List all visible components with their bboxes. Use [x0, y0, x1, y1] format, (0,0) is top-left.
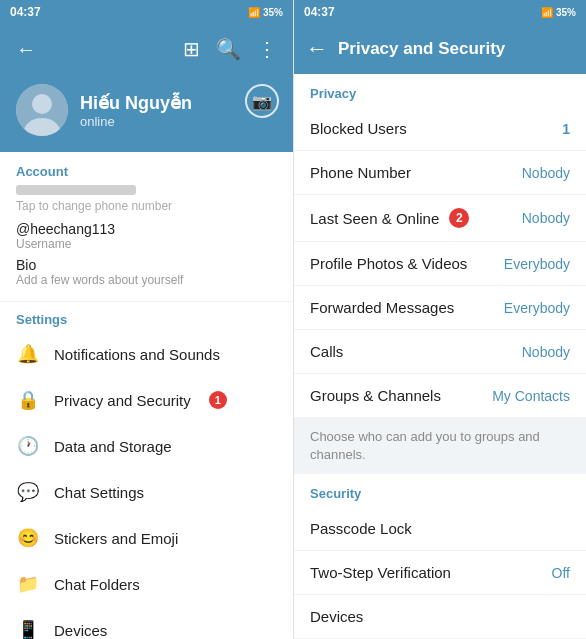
phone-number-label: Phone Number — [310, 164, 411, 181]
bio-hint: Add a few words about yourself — [16, 273, 277, 287]
twostep-value: Off — [552, 565, 570, 581]
top-bar-icons: ⊞ 🔍 ⋮ — [179, 35, 281, 63]
calls-label: Calls — [310, 343, 343, 360]
groups-value: My Contacts — [492, 388, 570, 404]
signal-icon-right: 📶 — [541, 7, 553, 18]
page-title: Privacy and Security — [338, 39, 574, 59]
bell-icon: 🔔 — [16, 342, 40, 366]
time-right: 04:37 — [304, 5, 335, 19]
signal-icon-left: 📶 — [248, 7, 260, 18]
twostep-label: Two-Step Verification — [310, 564, 451, 581]
groups-hint: Choose who can add you to groups and cha… — [294, 418, 586, 474]
devices-icon: 📱 — [16, 618, 40, 639]
profile-section: Hiếu Nguyễn online 📷 — [0, 74, 293, 152]
top-bar-right: ← Privacy and Security — [294, 24, 586, 74]
left-panel: 04:37 📶 35% ← ⊞ 🔍 ⋮ Hiếu Nguyễn — [0, 0, 293, 639]
stickers-label: Stickers and Emoji — [54, 530, 178, 547]
account-label: Account — [16, 164, 277, 179]
username-label: Username — [16, 237, 277, 251]
top-bar-left: ← ⊞ 🔍 ⋮ — [0, 24, 293, 74]
privacy-group-label: Privacy — [294, 74, 586, 107]
battery-right: 35% — [556, 7, 576, 18]
profile-photos-value: Everybody — [504, 256, 570, 272]
devices-item[interactable]: Devices — [294, 595, 586, 639]
svg-point-1 — [32, 94, 52, 114]
camera-button[interactable]: 📷 — [245, 84, 279, 118]
avatar[interactable] — [16, 84, 68, 136]
emoji-icon: 😊 — [16, 526, 40, 550]
calls-value: Nobody — [522, 344, 570, 360]
groups-hint-text: Choose who can add you to groups and cha… — [310, 429, 540, 462]
right-content: Privacy Blocked Users 1 Phone Number Nob… — [294, 74, 586, 639]
bio-label: Bio — [16, 257, 277, 273]
twostep-item[interactable]: Two-Step Verification Off — [294, 551, 586, 595]
phone-number-value: Nobody — [522, 165, 570, 181]
blocked-users-item[interactable]: Blocked Users 1 — [294, 107, 586, 151]
profile-row: Hiếu Nguyễn online — [16, 84, 277, 136]
right-panel: 04:37 📶 35% ← Privacy and Security Priva… — [293, 0, 586, 639]
settings-label: Settings — [0, 312, 293, 327]
privacy-badge: 1 — [209, 391, 227, 409]
account-section: Account Tap to change phone number @heec… — [0, 152, 293, 302]
menu-item-stickers[interactable]: 😊 Stickers and Emoji — [0, 515, 293, 561]
last-seen-value: Nobody — [522, 210, 570, 226]
forwarded-messages-label: Forwarded Messages — [310, 299, 454, 316]
groups-label: Groups & Channels — [310, 387, 441, 404]
status-bar-right: 04:37 📶 35% — [294, 0, 586, 24]
last-seen-item[interactable]: Last Seen & Online 2 Nobody — [294, 195, 586, 242]
blocked-users-value: 1 — [562, 121, 570, 137]
chat-label: Chat Settings — [54, 484, 144, 501]
profile-photos-item[interactable]: Profile Photos & Videos Everybody — [294, 242, 586, 286]
menu-item-devices[interactable]: 📱 Devices — [0, 607, 293, 639]
status-icons-left: 📶 35% — [248, 7, 283, 18]
tap-hint: Tap to change phone number — [16, 199, 277, 213]
data-label: Data and Storage — [54, 438, 172, 455]
menu-item-notifications[interactable]: 🔔 Notifications and Sounds — [0, 331, 293, 377]
calls-item[interactable]: Calls Nobody — [294, 330, 586, 374]
menu-item-chat[interactable]: 💬 Chat Settings — [0, 469, 293, 515]
menu-item-data[interactable]: 🕐 Data and Storage — [0, 423, 293, 469]
profile-status: online — [80, 114, 277, 129]
folder-icon: 📁 — [16, 572, 40, 596]
devices-label: Devices — [54, 622, 107, 639]
last-seen-left: Last Seen & Online 2 — [310, 208, 469, 228]
search-icon[interactable]: 🔍 — [212, 35, 245, 63]
devices-item-label: Devices — [310, 608, 363, 625]
time-left: 04:37 — [10, 5, 41, 19]
phone-blur — [16, 185, 136, 195]
chat-icon: 💬 — [16, 480, 40, 504]
username-value[interactable]: @heechang113 — [16, 221, 277, 237]
privacy-label: Privacy and Security — [54, 392, 191, 409]
battery-left: 35% — [263, 7, 283, 18]
settings-section: Settings 🔔 Notifications and Sounds 🔒 Pr… — [0, 302, 293, 639]
clock-icon: 🕐 — [16, 434, 40, 458]
forwarded-messages-item[interactable]: Forwarded Messages Everybody — [294, 286, 586, 330]
passcode-label: Passcode Lock — [310, 520, 412, 537]
lock-icon: 🔒 — [16, 388, 40, 412]
last-seen-badge: 2 — [449, 208, 469, 228]
groups-item[interactable]: Groups & Channels My Contacts — [294, 374, 586, 418]
more-icon[interactable]: ⋮ — [253, 35, 281, 63]
back-button-main[interactable]: ← — [12, 36, 40, 63]
forwarded-messages-value: Everybody — [504, 300, 570, 316]
status-bar-left: 04:37 📶 35% — [0, 0, 293, 24]
qr-icon[interactable]: ⊞ — [179, 35, 204, 63]
folders-label: Chat Folders — [54, 576, 140, 593]
menu-item-folders[interactable]: 📁 Chat Folders — [0, 561, 293, 607]
status-icons-right: 📶 35% — [541, 7, 576, 18]
blocked-users-label: Blocked Users — [310, 120, 407, 137]
back-button-privacy[interactable]: ← — [306, 36, 328, 62]
passcode-item[interactable]: Passcode Lock — [294, 507, 586, 551]
phone-number-item[interactable]: Phone Number Nobody — [294, 151, 586, 195]
menu-item-privacy[interactable]: 🔒 Privacy and Security 1 — [0, 377, 293, 423]
security-group-label: Security — [294, 474, 586, 507]
notifications-label: Notifications and Sounds — [54, 346, 220, 363]
last-seen-label: Last Seen & Online — [310, 210, 439, 227]
profile-photos-label: Profile Photos & Videos — [310, 255, 467, 272]
